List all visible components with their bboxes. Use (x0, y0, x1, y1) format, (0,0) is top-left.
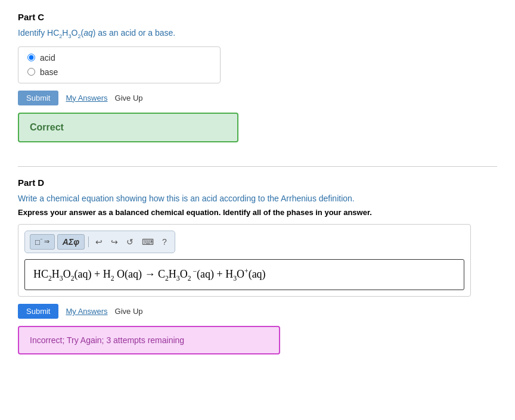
part-d-action-row: Submit My Answers Give Up (18, 304, 497, 319)
correct-label: Correct (30, 122, 64, 132)
part-c-my-answers-link[interactable]: My Answers (66, 94, 107, 102)
correct-box: Correct (18, 113, 238, 142)
toolbar-separator-1 (88, 237, 89, 247)
template-arrow: ⇒ (44, 238, 49, 245)
part-d-label: Part D (18, 178, 497, 188)
acid-radio[interactable] (27, 54, 35, 61)
base-option[interactable]: base (27, 67, 211, 77)
base-label[interactable]: base (40, 67, 58, 77)
keyboard-icon[interactable]: ⌨ (139, 236, 157, 248)
undo-icon[interactable]: ↩ (92, 236, 106, 248)
equation-display[interactable]: HC2H3O2(aq) + H2 O(aq) → C2H3O2 −(aq) + … (24, 259, 464, 290)
help-icon[interactable]: ? (159, 236, 170, 248)
symbol-button[interactable]: ΑΣφ (57, 234, 85, 250)
part-c-label: Part C (18, 12, 497, 22)
template-icon: □⁻ (35, 237, 43, 247)
part-c-radio-box: acid base (18, 46, 221, 83)
part-c-submit-button[interactable]: Submit (18, 91, 58, 105)
section-divider (18, 166, 497, 167)
template-button[interactable]: □⁻ ⇒ (30, 234, 55, 250)
part-d-section: Part D Write a chemical equation showing… (18, 178, 497, 354)
part-d-bold-instruction: Express your answer as a balanced chemic… (18, 208, 497, 217)
part-c-instruction: Identify HC2H3O2(aq) as an acid or a bas… (18, 28, 497, 39)
equation-container: □⁻ ⇒ ΑΣφ ↩ ↪ ↺ ⌨ ? HC2H3O2(aq) + H2 O(aq… (18, 224, 471, 297)
redo-icon[interactable]: ↪ (108, 236, 121, 248)
incorrect-message: Incorrect; Try Again; 3 attempts remaini… (30, 335, 184, 345)
incorrect-box: Incorrect; Try Again; 3 attempts remaini… (18, 326, 280, 354)
part-c-give-up-text[interactable]: Give Up (115, 94, 143, 102)
part-d-submit-button[interactable]: Submit (18, 304, 58, 319)
part-c-section: Part C Identify HC2H3O2(aq) as an acid o… (18, 12, 497, 160)
acid-label[interactable]: acid (40, 53, 55, 63)
part-d-give-up-text[interactable]: Give Up (115, 307, 143, 316)
part-c-action-row: Submit My Answers Give Up (18, 91, 497, 105)
part-d-my-answers-link[interactable]: My Answers (66, 307, 107, 316)
base-radio[interactable] (27, 68, 35, 76)
refresh-icon[interactable]: ↺ (123, 236, 136, 248)
acid-option[interactable]: acid (27, 53, 211, 63)
equation-text: HC2H3O2(aq) + H2 O(aq) → C2H3O2 −(aq) + … (33, 267, 266, 282)
part-d-instruction: Write a chemical equation showing how th… (18, 194, 497, 203)
equation-toolbar: □⁻ ⇒ ΑΣφ ↩ ↪ ↺ ⌨ ? (24, 231, 175, 253)
